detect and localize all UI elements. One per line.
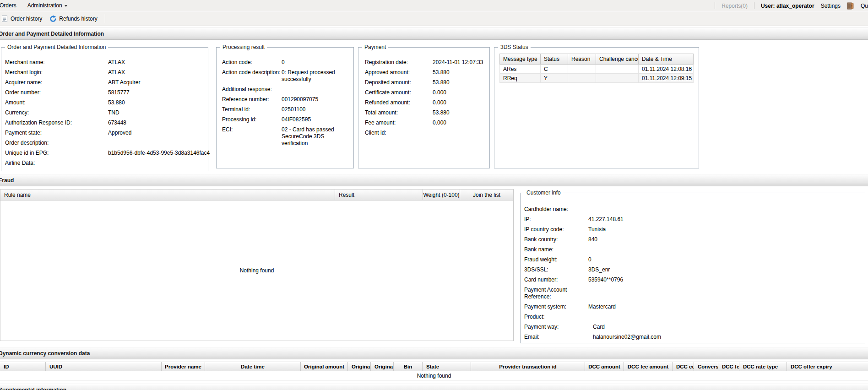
menu-separator	[754, 2, 754, 9]
toolbar: Order history Refunds history	[0, 12, 868, 26]
field-value	[108, 140, 205, 146]
field-value: ATLAX	[108, 69, 205, 76]
field-label: Action code:	[222, 59, 282, 66]
column-header-bin: Bin	[394, 362, 423, 371]
field-label: Merchant login:	[5, 69, 108, 76]
section-header-supplemental: Supplemental information	[0, 384, 868, 390]
field-value: 0.000	[433, 89, 487, 96]
menu-item-quit[interactable]: Quit	[861, 3, 868, 9]
field-value: Mastercard	[588, 303, 861, 310]
field-label: Payment Account Reference:	[524, 287, 588, 300]
column-header-provider-transaction-id: Provider transaction id	[471, 362, 585, 371]
menu-item-reports[interactable]: Reports(0)	[722, 3, 748, 9]
section-header-fraud: Fraud	[0, 174, 868, 186]
field-value: 2024-11-01 12:07:33	[433, 59, 487, 66]
field-label: Currency:	[5, 109, 108, 116]
field-row: Additional response:	[222, 86, 350, 93]
section-header-order-payment: Order and Payment Detailed Information	[0, 27, 868, 40]
field-row: ECI:02 - Card has passed SecureCode 3DS …	[222, 126, 350, 147]
field-row: IP:41.227.148.61	[524, 216, 861, 223]
field-row: Cardholder name:	[524, 206, 861, 213]
field-row: Payment Account Reference:	[524, 287, 861, 300]
column-header-original-amount: Original amount	[301, 362, 348, 371]
field-value	[588, 287, 861, 300]
processing-result-legend: Processing result	[220, 44, 267, 50]
field-label: IP:	[524, 216, 588, 223]
field-row: Payment system:Mastercard	[524, 303, 861, 310]
payment-fieldset: Payment Registration date:2024-11-01 12:…	[358, 47, 490, 168]
field-label: Registration date:	[365, 59, 433, 66]
field-row: Bank name:	[524, 246, 861, 253]
column-header-weight: Weight (0-100)	[423, 190, 460, 200]
cell-date-time: 01.11.2024 12:09:15	[639, 74, 694, 83]
order-info-legend: Order and Payment Detailed Information	[5, 44, 108, 50]
field-label: Reference number:	[222, 96, 282, 103]
field-row: Total amount:53.880	[365, 109, 487, 116]
section-title: Supplemental information	[0, 387, 66, 390]
field-value: 02 - Card has passed SecureCode 3DS veri…	[282, 126, 350, 147]
field-row: Certificate amount:0.000	[365, 89, 487, 96]
field-label: Fee amount:	[365, 119, 433, 126]
section-title: Order and Payment Detailed Information	[0, 31, 104, 37]
field-label: Fraud weight:	[524, 256, 588, 263]
field-value	[588, 246, 861, 253]
field-label: Deposited amount:	[365, 79, 433, 86]
processing-result-rows: Action code:0 Action code description:0:…	[217, 48, 353, 147]
menu-item-administration-label: Administration	[27, 2, 62, 9]
column-header-reason: Reason	[568, 54, 596, 65]
field-value: TND	[108, 109, 205, 116]
field-row: Amount:53.880	[5, 99, 205, 106]
order-history-button[interactable]: Order history	[0, 13, 46, 25]
menu-item-settings[interactable]: Settings	[821, 3, 841, 9]
dcc-table-header: ID UUID Provider name Date time Original…	[0, 362, 868, 371]
field-label: Additional response:	[222, 86, 282, 93]
field-row: Refunded amount:0.000	[365, 99, 487, 106]
refunds-history-button[interactable]: Refunds history	[46, 13, 101, 25]
field-row: Order number:5815777	[5, 89, 205, 96]
column-header-rule-name: Rule name	[0, 190, 335, 200]
column-header-original-currency: Original c	[371, 362, 394, 371]
field-value: 53.880	[433, 79, 487, 86]
field-row: Email:halanoursine02@gmail.com	[524, 334, 861, 341]
menu-item-administration[interactable]: Administration	[22, 0, 73, 11]
field-row: Unique id in EPG:b1b5d956-dbfe-4d53-99e5…	[5, 150, 205, 157]
column-header-provider-name: Provider name	[162, 362, 205, 371]
order-history-label: Order history	[11, 16, 42, 22]
threeds-header-row: Message type Status Reason Challenge can…	[500, 54, 694, 65]
column-header-date-time: Date & Time	[639, 54, 694, 65]
threeds-status-legend: 3DS Status	[498, 44, 531, 50]
column-header-challenge-cancel: Challenge cancel	[596, 54, 639, 65]
field-row: Currency:TND	[5, 109, 205, 116]
section-title: Fraud	[0, 177, 14, 184]
order-info-fieldset: Order and Payment Detailed Information M…	[1, 47, 208, 171]
threeds-status-table: Message type Status Reason Challenge can…	[499, 54, 694, 83]
cell-date-time: 01.11.2024 12:08:16	[639, 65, 694, 74]
processing-result-fieldset: Processing result Action code:0 Action c…	[216, 47, 354, 168]
field-row: Processing id:04IF082595	[222, 116, 350, 123]
field-value: 0.000	[433, 99, 487, 106]
field-value: Card	[588, 324, 861, 330]
field-row: Registration date:2024-11-01 12:07:33	[365, 59, 487, 66]
field-value	[588, 314, 861, 320]
column-header-dcc-offer-expiry: DCC offer expiry	[787, 362, 868, 371]
field-label: Order description:	[5, 140, 108, 146]
field-label: Bank name:	[524, 246, 588, 253]
field-label: Bank country:	[524, 236, 588, 243]
customer-info-rows: Cardholder name: IP:41.227.148.61 IP cou…	[521, 193, 865, 341]
menu-item-orders[interactable]: Orders	[0, 0, 22, 11]
column-header-conversion: Conversi	[694, 362, 718, 371]
field-value: 02501100	[282, 106, 350, 113]
field-row: Action code:0	[222, 59, 350, 66]
field-value: ATLAX	[108, 59, 205, 66]
field-label: Authorization Response ID:	[5, 119, 108, 126]
field-value	[588, 206, 861, 213]
field-value: 840	[588, 236, 861, 243]
field-row: Acquirer name:ABT Acquirer	[5, 79, 205, 86]
field-label: Amount:	[5, 99, 108, 106]
field-label: Merchant name:	[5, 59, 108, 66]
field-value	[282, 86, 350, 93]
field-value	[433, 130, 487, 136]
field-value: Tunisia	[588, 226, 861, 233]
column-header-state: State	[423, 362, 471, 371]
field-value: 0: Request processed successfully	[282, 69, 350, 83]
